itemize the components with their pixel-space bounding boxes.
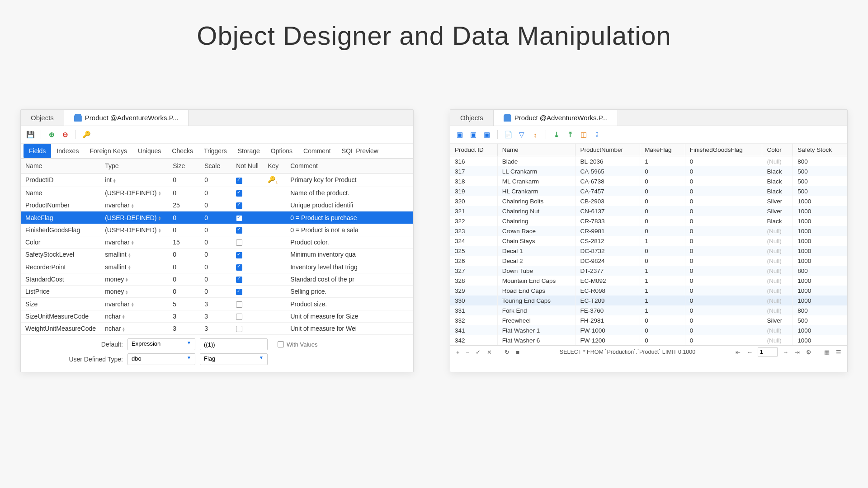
field-row[interactable]: Sizenvarchar▴▾53Product size.: [21, 298, 413, 310]
field-row[interactable]: ListPricemoney▴▾00Selling price.: [21, 286, 413, 298]
data-row[interactable]: 323Crown RaceCR-998100(Null)1000: [450, 226, 847, 236]
form-view-button[interactable]: ☰: [835, 349, 843, 356]
col-header-scale[interactable]: Scale: [200, 159, 231, 174]
subtab-indexes[interactable]: Indexes: [51, 144, 84, 158]
udt-type-select[interactable]: Flag▼: [200, 353, 268, 365]
col-header-key[interactable]: Key: [263, 159, 286, 174]
tab-product-grid[interactable]: Product @AdventureWorks.P...: [493, 110, 618, 126]
field-row[interactable]: MakeFlag(USER-DEFINED)▴▾000 = Product is…: [21, 211, 413, 224]
prev-page-button[interactable]: ←: [745, 349, 754, 356]
grid-col-header[interactable]: Product ID: [450, 144, 497, 156]
filter-icon[interactable]: ▽: [516, 129, 528, 141]
next-page-button[interactable]: →: [781, 349, 790, 356]
data-row[interactable]: 320Chainring BoltsCB-290300Silver1000: [450, 196, 847, 206]
subtab-fields[interactable]: Fields: [24, 144, 51, 158]
notnull-checkbox[interactable]: [236, 239, 242, 246]
data-row[interactable]: 341Flat Washer 1FW-100000(Null)1000: [450, 325, 847, 335]
settings-icon[interactable]: ⚙: [805, 349, 813, 356]
grid-col-header[interactable]: Name: [497, 144, 576, 156]
notnull-checkbox[interactable]: [236, 301, 242, 308]
grid-view-button[interactable]: ▦: [823, 349, 831, 356]
subtab-sql-preview[interactable]: SQL Preview: [336, 144, 384, 158]
field-row[interactable]: StandardCostmoney▴▾00Standard cost of th…: [21, 273, 413, 285]
udt-schema-select[interactable]: dbo▼: [127, 353, 195, 365]
subtab-foreign-keys[interactable]: Foreign Keys: [84, 144, 132, 158]
grid-col-header[interactable]: MakeFlag: [640, 144, 685, 156]
subtab-options[interactable]: Options: [265, 144, 298, 158]
import-icon[interactable]: ⤓: [551, 129, 562, 141]
with-values-checkbox[interactable]: With Values: [278, 341, 317, 348]
notnull-checkbox[interactable]: [236, 314, 242, 320]
add-row-button[interactable]: +: [455, 349, 461, 356]
data-row[interactable]: 317LL CrankarmCA-596500Black500: [450, 166, 847, 176]
tab-objects[interactable]: Objects: [21, 110, 64, 126]
chart-icon[interactable]: ◫: [578, 129, 590, 141]
remove-field-button[interactable]: ⊖: [59, 129, 71, 141]
col-header-name[interactable]: Name: [21, 159, 100, 174]
data-row[interactable]: 319HL CrankarmCA-745700Black500: [450, 186, 847, 196]
sort-icon[interactable]: ↕: [529, 129, 541, 141]
field-row[interactable]: SizeUnitMeasureCodenchar▴▾33Unit of meas…: [21, 310, 413, 322]
notnull-checkbox[interactable]: [236, 277, 242, 283]
grid-col-header[interactable]: Safety Stock: [793, 144, 847, 156]
notnull-checkbox[interactable]: [236, 202, 242, 209]
grid-col-header[interactable]: FinishedGoodsFlag: [685, 144, 762, 156]
notnull-checkbox[interactable]: [236, 252, 242, 258]
col-header-comment[interactable]: Comment: [286, 159, 413, 174]
analyze-icon[interactable]: ⫱: [591, 129, 603, 141]
stop-button[interactable]: ■: [514, 349, 521, 356]
field-row[interactable]: Name(USER-DEFINED)▴▾00Name of the produc…: [21, 187, 413, 199]
subtab-triggers[interactable]: Triggers: [198, 144, 232, 158]
grid-col-header[interactable]: Color: [762, 144, 793, 156]
data-row[interactable]: 329Road End CapsEC-R09810(Null)1000: [450, 286, 847, 296]
cancel-button[interactable]: ✕: [486, 349, 493, 356]
col-header-size[interactable]: Size: [168, 159, 200, 174]
subtab-storage[interactable]: Storage: [232, 144, 265, 158]
data-row[interactable]: 318ML CrankarmCA-673800Black500: [450, 176, 847, 186]
first-page-button[interactable]: ⇤: [734, 349, 742, 356]
field-row[interactable]: SafetyStockLevelsmallint▴▾00Minimum inve…: [21, 249, 413, 261]
key-icon[interactable]: 🔑: [80, 129, 92, 141]
page-number-input[interactable]: [758, 347, 778, 357]
data-row[interactable]: 330Touring End CapsEC-T20910(Null)1000: [450, 296, 847, 305]
tab-product-designer[interactable]: Product @AdventureWorks.P...: [64, 110, 189, 126]
data-row[interactable]: 316BladeBL-203610(Null)800: [450, 156, 847, 167]
data-row[interactable]: 326Decal 2DC-982400(Null)1000: [450, 256, 847, 266]
notnull-checkbox[interactable]: [236, 215, 242, 221]
text-note-icon[interactable]: 📄: [502, 129, 514, 141]
notnull-checkbox[interactable]: [236, 289, 242, 295]
last-page-button[interactable]: ⇥: [793, 349, 801, 356]
data-row[interactable]: 328Mountain End CapsEC-M09210(Null)1000: [450, 276, 847, 286]
export-icon[interactable]: ⤒: [564, 129, 576, 141]
apply-button[interactable]: ✓: [474, 349, 482, 356]
data-row[interactable]: 331Fork EndFE-376010(Null)800: [450, 305, 847, 315]
begin-transaction-icon[interactable]: ▣: [454, 129, 466, 141]
data-row[interactable]: 342Flat Washer 6FW-120000(Null)1000: [450, 335, 847, 345]
delete-row-button[interactable]: −: [465, 349, 471, 356]
data-row[interactable]: 327Down TubeDT-237710(Null)800: [450, 266, 847, 276]
col-header-type[interactable]: Type: [100, 159, 168, 174]
data-row[interactable]: 321Chainring NutCN-613700Silver1000: [450, 206, 847, 216]
field-row[interactable]: ProductNumbernvarchar▴▾250Unique product…: [21, 199, 413, 211]
add-field-button[interactable]: ⊕: [46, 129, 57, 141]
notnull-checkbox[interactable]: [236, 190, 242, 197]
notnull-checkbox[interactable]: [236, 326, 242, 332]
notnull-checkbox[interactable]: [236, 227, 242, 234]
field-row[interactable]: WeightUnitMeasureCodenchar▴▾33Unit of me…: [21, 323, 413, 335]
notnull-checkbox[interactable]: [236, 178, 242, 184]
commit-icon[interactable]: ▣: [467, 129, 479, 141]
default-expression-select[interactable]: Expression▼: [127, 338, 195, 350]
notnull-checkbox[interactable]: [236, 264, 242, 271]
data-row[interactable]: 322ChainringCR-783300Black1000: [450, 216, 847, 226]
rollback-icon[interactable]: ▣: [481, 129, 493, 141]
field-row[interactable]: Colornvarchar▴▾150Product color.: [21, 236, 413, 248]
refresh-button[interactable]: ↻: [503, 349, 511, 356]
tab-objects-grid[interactable]: Objects: [450, 110, 493, 126]
subtab-checks[interactable]: Checks: [166, 144, 198, 158]
field-row[interactable]: ProductIDint▴▾00🔑1Primary key for Produc…: [21, 174, 413, 187]
field-row[interactable]: FinishedGoodsFlag(USER-DEFINED)▴▾000 = P…: [21, 224, 413, 236]
default-value-input[interactable]: [200, 338, 268, 350]
save-icon[interactable]: 💾: [24, 129, 36, 141]
subtab-comment[interactable]: Comment: [298, 144, 336, 158]
grid-col-header[interactable]: ProductNumber: [576, 144, 640, 156]
